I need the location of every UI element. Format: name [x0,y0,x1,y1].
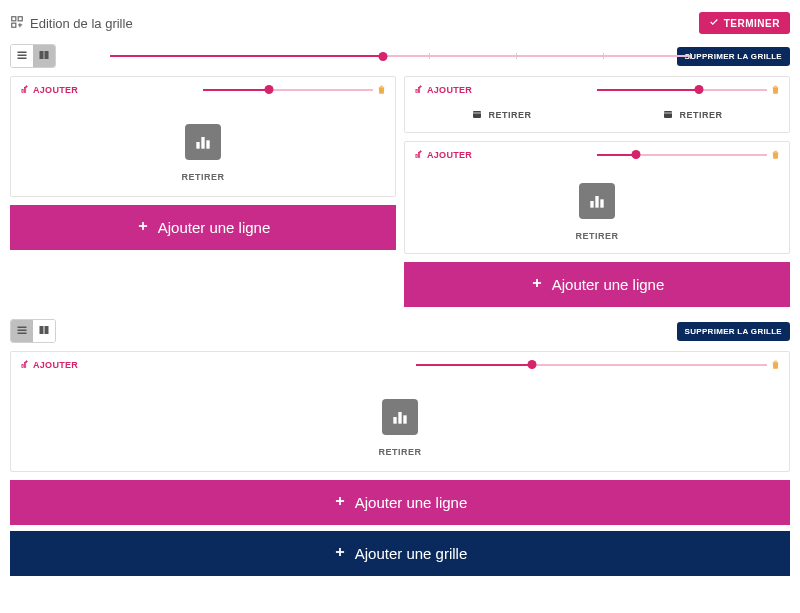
delete-grid-button[interactable]: Supprimer la grille [677,47,790,66]
terminate-button[interactable]: Terminer [699,12,790,34]
grid-1-header: Supprimer la grille [10,42,790,70]
add-row-button[interactable]: Ajouter une ligne [10,480,790,525]
add-grid-label: Ajouter une grille [355,545,468,562]
slider-handle[interactable] [527,360,536,369]
grid-1-width-slider[interactable] [110,46,690,66]
svg-rect-16 [206,140,209,148]
svg-rect-0 [12,16,16,20]
svg-rect-42 [24,362,25,367]
remove-widget-button[interactable]: Retirer [378,447,421,457]
view-double-button[interactable] [33,320,55,342]
stack-icon [16,49,28,64]
svg-rect-40 [45,326,49,334]
svg-rect-15 [201,137,204,149]
grid-2-header: Supprimer la grille [10,317,790,345]
svg-rect-1 [18,16,22,20]
columns-icon [38,49,50,64]
view-single-button[interactable] [11,320,33,342]
slider-handle[interactable] [632,150,641,159]
view-single-button[interactable] [11,45,33,67]
delete-grid-button[interactable]: Supprimer la grille [677,322,790,341]
grid-2-col-1: Ajouter [10,351,790,472]
delete-cell-button[interactable] [770,83,781,96]
svg-rect-39 [40,326,44,334]
view-toggle [10,44,56,68]
add-widget-button[interactable]: Ajouter [19,359,78,371]
cell-width-slider[interactable] [416,360,767,370]
delete-cell-button[interactable] [376,83,387,96]
svg-rect-23 [473,111,481,118]
settings-grid-icon [10,15,24,32]
plus-icon [136,219,150,236]
page-title: Edition de la grille [10,15,133,32]
svg-rect-9 [45,51,49,59]
svg-rect-19 [416,89,417,92]
slider-handle[interactable] [265,85,274,94]
chart-placeholder-icon [579,183,615,219]
svg-rect-2 [12,23,16,27]
svg-rect-38 [18,332,27,334]
svg-rect-47 [403,415,406,423]
svg-rect-37 [18,329,27,331]
grid-1-cell-1: Ajouter [10,76,396,197]
grid-1-cell-2: Ajouter [404,76,790,133]
remove-widget-button[interactable]: Retirer [662,108,722,122]
remove-label: Retirer [679,110,722,120]
page-title-text: Edition de la grille [30,16,133,31]
slider-handle[interactable] [378,52,387,61]
grid-1-col-2: Ajouter [404,76,790,307]
add-widget-label: Ajouter [33,85,78,95]
grid-1-col-1: Ajouter [10,76,396,307]
add-row-button[interactable]: Ajouter une ligne [10,205,396,250]
slider-handle[interactable] [695,85,704,94]
svg-rect-8 [40,51,44,59]
svg-rect-33 [600,199,603,207]
view-toggle [10,319,56,343]
add-row-label: Ajouter une ligne [158,219,271,236]
add-widget-label: Ajouter [427,150,472,160]
svg-rect-27 [416,154,417,157]
plus-icon [530,276,544,293]
page-header: Edition de la grille Terminer [0,0,800,42]
svg-rect-10 [22,89,23,92]
plus-icon [333,545,347,562]
chart-placeholder-icon [185,124,221,160]
remove-widget-button[interactable]: Retirer [181,172,224,182]
svg-rect-36 [18,326,27,328]
remove-widget-button[interactable]: Retirer [575,231,618,241]
plus-icon [333,494,347,511]
svg-rect-5 [18,51,27,53]
cell-width-slider[interactable] [597,85,767,95]
add-widget-label: Ajouter [427,85,472,95]
stack-icon [16,324,28,339]
check-icon [709,17,719,29]
add-widget-button[interactable]: Ajouter [413,84,472,96]
svg-rect-41 [22,364,23,367]
add-widget-button[interactable]: Ajouter [413,149,472,161]
grid-1-cell-3: Ajouter [404,141,790,254]
grid-1: Supprimer la grille Ajouter [10,42,790,307]
columns-icon [38,324,50,339]
chart-add-icon [413,149,423,161]
view-double-button[interactable] [33,45,55,67]
chart-placeholder-icon [382,399,418,435]
cell-width-slider[interactable] [203,85,373,95]
svg-rect-45 [393,417,396,424]
add-row-button[interactable]: Ajouter une ligne [404,262,790,307]
svg-rect-28 [418,152,419,157]
delete-cell-button[interactable] [770,148,781,161]
cell-width-slider[interactable] [597,150,767,160]
svg-rect-11 [24,87,25,92]
svg-rect-25 [664,111,672,118]
svg-rect-31 [590,201,593,208]
svg-rect-7 [18,57,27,59]
grid-2: Supprimer la grille Ajouter [10,317,790,525]
add-widget-button[interactable]: Ajouter [19,84,78,96]
delete-cell-button[interactable] [770,358,781,371]
add-grid-button[interactable]: Ajouter une grille [10,531,790,576]
add-row-label: Ajouter une ligne [355,494,468,511]
add-widget-label: Ajouter [33,360,78,370]
package-icon [471,108,483,122]
package-icon [662,108,674,122]
remove-widget-button[interactable]: Retirer [471,108,531,122]
